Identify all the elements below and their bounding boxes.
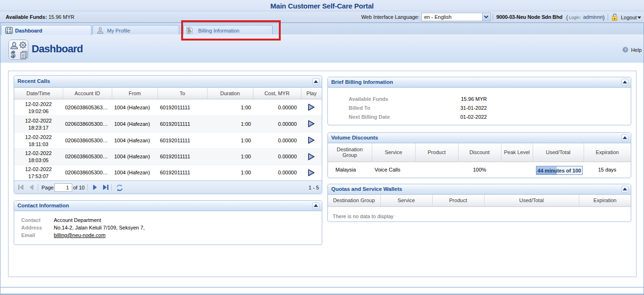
svg-text:$: $ [7,30,8,34]
svg-text:$: $ [11,49,16,59]
svg-text:?: ? [624,48,627,52]
